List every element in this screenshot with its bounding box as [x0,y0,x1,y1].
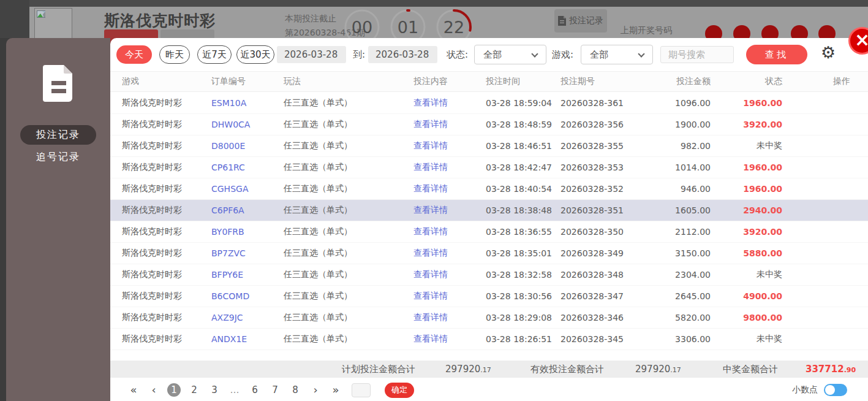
page-number[interactable]: 3 [208,383,221,397]
table-row: 斯洛伐克时时彩 BY0FRB 任三直选（单式） 查看详情 03-28 18:36… [110,221,868,243]
quick-range-button[interactable]: 今天 [116,45,152,64]
order-link[interactable]: DHW0CA [211,120,284,129]
page-number[interactable]: 6 [248,383,262,397]
quick-range-label: 近7天 [202,49,227,61]
quick-range-button[interactable]: 近7天 [197,45,232,64]
sidebar-item-chase-records[interactable]: 追号记录 [6,151,110,164]
order-link[interactable]: CGHSGA [211,184,284,194]
cell-play: 任三直选（单式） [284,226,413,237]
cell-period: 20260328-351 [560,205,652,215]
page-number[interactable]: 1 [167,383,181,397]
cell-status: 2940.00 [711,205,782,215]
table-row: 斯洛伐克时时彩 CGHSGA 任三直选（单式） 查看详情 03-28 18:40… [110,178,868,200]
last-page-icon[interactable]: » [329,383,342,397]
page-number[interactable]: … [228,383,241,397]
status-select[interactable]: 全部 [474,45,546,64]
column-header-play: 玩法 [284,76,413,87]
view-details-link[interactable]: 查看详情 [413,183,448,193]
cell-status: 9800.00 [711,313,782,323]
cell-amount: 2645.00 [652,291,711,301]
close-icon: × [855,31,868,49]
decimal-toggle[interactable] [824,384,847,396]
date-to-input[interactable]: 2026-03-28 [368,46,437,63]
order-link[interactable]: D8000E [211,141,284,151]
cell-game: 斯洛伐克时时彩 [122,140,211,151]
screen: 斯洛伐克时时彩 本期投注截止 第20260328-461期 00 01 22 投… [0,0,868,401]
cell-amount: 3306.00 [652,334,711,344]
table-row: 斯洛伐克时时彩 BFPY6E 任三直选（单式） 查看详情 03-28 18:32… [110,264,868,286]
cell-time: 03-28 18:36:55 [486,227,560,237]
last-draw-label: 上期开奖号码 [621,25,672,36]
order-link[interactable]: B6COMD [211,291,284,301]
order-link[interactable]: AXZ9JC [211,313,284,323]
view-details-link[interactable]: 查看详情 [413,119,448,129]
order-link[interactable]: BFPY6E [211,270,284,280]
cell-period: 20260328-346 [560,313,652,323]
column-header-amount: 投注金额 [652,76,711,87]
cell-status: 3920.00 [711,227,782,237]
order-link[interactable]: C6PF6A [211,205,284,215]
gear-icon[interactable]: ⚙ [821,43,836,62]
order-link[interactable]: BP7ZVC [211,248,284,258]
view-details-link[interactable]: 查看详情 [413,269,448,279]
cell-amount: 946.00 [652,184,711,194]
page-jump-input[interactable] [352,383,371,397]
cell-amount: 1605.00 [652,205,711,215]
order-link[interactable]: ANDX1E [211,334,284,344]
cell-amount: 5820.00 [652,313,711,323]
period-search-input[interactable] [660,46,734,63]
cell-game: 斯洛伐克时时彩 [122,312,211,323]
quick-range-button[interactable]: 近30天 [236,45,274,64]
cell-play: 任三直选（单式） [284,162,413,173]
cell-play: 任三直选（单式） [284,183,413,194]
order-link[interactable]: BY0FRB [211,227,284,237]
cell-game: 斯洛伐克时时彩 [122,291,211,302]
cell-time: 03-28 18:42:47 [486,162,560,172]
cell-amount: 982.00 [652,141,711,151]
valid-total-label: 有效投注金额合计 [530,364,604,375]
summary-bar: 计划投注金额合计 297920.17 有效投注金额合计 297920.17 中奖… [110,361,868,378]
view-details-link[interactable]: 查看详情 [413,97,448,107]
cell-status: 4900.00 [711,291,782,301]
view-details-link[interactable]: 查看详情 [413,140,448,150]
page-number[interactable]: 2 [187,383,201,397]
order-link[interactable]: CP61RC [211,162,284,172]
view-details-link[interactable]: 查看详情 [413,205,448,215]
cell-amount: 2112.00 [652,227,711,237]
cell-status: 1960.00 [711,162,782,172]
column-header-status: 状态 [711,76,782,87]
view-details-link[interactable]: 查看详情 [413,312,448,322]
first-page-icon[interactable]: « [127,383,140,397]
sidebar-item-bet-records[interactable]: 投注记录 [20,125,96,145]
page-number[interactable]: 8 [289,383,302,397]
column-header-order: 订单编号 [211,76,284,87]
table-row: 斯洛伐克时时彩 BP7ZVC 任三直选（单式） 查看详情 03-28 18:35… [110,243,868,264]
view-details-link[interactable]: 查看详情 [413,334,448,343]
search-button[interactable]: 查找 [746,45,807,64]
record-sidebar: 投注记录 追号记录 [6,38,110,401]
cell-status: 未中奖 [711,334,782,345]
order-link[interactable]: ESM10A [211,98,284,108]
quick-range-button[interactable]: 昨天 [159,45,190,64]
cell-period: 20260328-352 [560,184,652,194]
cell-time: 03-28 18:26:51 [486,334,560,344]
view-details-link[interactable]: 查看详情 [413,291,448,300]
column-header-action: 操作 [782,76,850,87]
table-row: 斯洛伐克时时彩 ESM10A 任三直选（单式） 查看详情 03-28 18:59… [110,93,868,114]
view-details-link[interactable]: 查看详情 [413,226,448,236]
view-details-link[interactable]: 查看详情 [413,248,448,258]
date-from-input[interactable]: 2026-03-28 [277,46,346,63]
bet-record-button[interactable]: 投注记录 [554,9,607,32]
game-select[interactable]: 全部 [581,45,653,64]
plan-total-label: 计划投注金额合计 [342,364,415,375]
cell-play: 任三直选（单式） [284,334,413,345]
table-row: 斯洛伐克时时彩 ANDX1E 任三直选（单式） 查看详情 03-28 18:26… [110,329,868,350]
next-page-icon[interactable]: › [309,383,322,397]
cell-amount: 1900.00 [652,120,711,129]
view-details-link[interactable]: 查看详情 [413,162,448,172]
page-number[interactable]: 7 [268,383,282,397]
column-header-game: 游戏 [122,76,211,87]
prev-page-icon[interactable]: ‹ [147,383,160,397]
confirm-button[interactable]: 确定 [385,383,414,398]
cell-game: 斯洛伐克时时彩 [122,162,211,173]
